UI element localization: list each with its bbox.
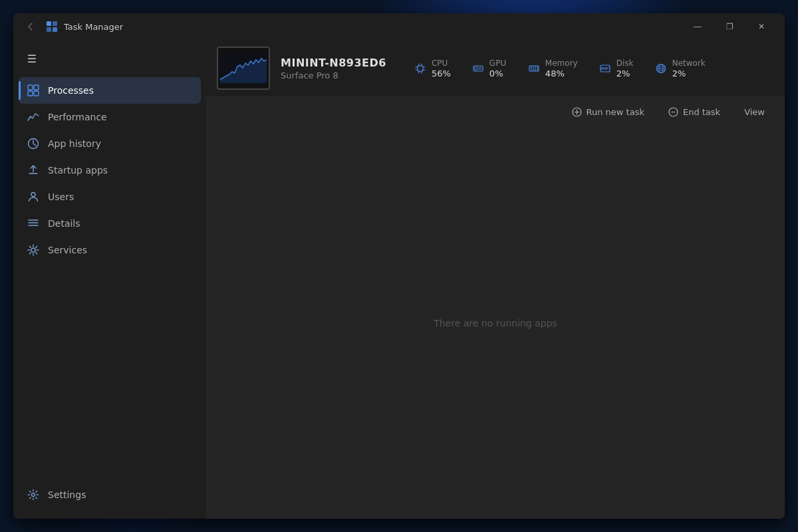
metric-cpu[interactable]: CPU 56% [405,55,460,82]
settings-label: Settings [48,489,86,500]
computer-name: MININT-N893ED6 [281,57,386,69]
run-new-task-button[interactable]: Run new task [563,102,654,121]
svg-rect-3 [53,27,57,32]
end-task-label: End task [683,107,720,117]
sidebar-item-app-history[interactable]: App history [19,130,201,157]
users-icon [27,190,40,203]
cpu-icon [414,63,426,74]
sidebar-item-startup-apps[interactable]: Startup apps [19,157,201,184]
sidebar-item-settings[interactable]: Settings [19,481,201,508]
settings-icon [27,488,40,501]
close-button[interactable]: ✕ [746,17,777,37]
disk-icon [599,63,611,74]
services-icon [27,243,40,257]
metric-memory[interactable]: Memory 48% [519,55,587,82]
services-label: Services [48,245,87,255]
end-task-button[interactable]: End task [659,102,730,121]
cancel-circle-icon [668,106,679,117]
metric-gpu[interactable]: GPU 0% [463,55,516,82]
metric-network[interactable]: Network 2% [646,55,715,82]
app-history-icon [27,137,40,150]
task-manager-window: Task Manager — ❐ ✕ ☰ [13,13,785,519]
sidebar-item-details[interactable]: Details [19,210,201,237]
svg-rect-4 [28,85,33,90]
memory-icon [528,63,540,74]
content-header: MININT-N893ED6 Surface Pro 8 [206,40,785,97]
empty-message: There are no running apps [434,318,557,329]
toolbar: Run new task End task View [206,97,785,127]
svg-rect-7 [34,91,39,96]
gpu-icon [472,63,484,74]
processes-label: Processes [48,85,94,96]
window-title: Task Manager [64,22,682,32]
minimize-button[interactable]: — [682,17,713,37]
disk-text: Disk 2% [616,59,634,78]
sidebar-item-users[interactable]: Users [19,184,201,210]
details-icon [27,217,40,230]
back-button[interactable] [21,17,40,36]
content-area: MININT-N893ED6 Surface Pro 8 [206,40,785,519]
svg-point-35 [601,67,603,69]
view-button[interactable]: View [735,103,774,121]
svg-point-14 [32,493,35,497]
startup-apps-icon [27,164,40,177]
cpu-text: CPU 56% [432,59,451,78]
computer-thumbnail [217,47,270,90]
svg-rect-1 [53,21,57,26]
sidebar-navigation: Processes Performance [13,74,206,476]
sidebar-bottom: Settings [13,476,206,519]
network-text: Network 2% [672,59,706,78]
metric-disk[interactable]: Disk 2% [590,55,643,82]
hamburger-icon: ☰ [27,53,37,65]
gpu-text: GPU 0% [489,59,506,78]
svg-rect-34 [600,65,610,72]
details-label: Details [48,218,80,229]
content-body: There are no running apps [206,127,785,519]
computer-model: Surface Pro 8 [281,70,386,80]
svg-point-13 [31,248,35,252]
network-icon [655,63,667,74]
window-controls: — ❐ ✕ [682,17,777,37]
metrics-bar: CPU 56% [405,55,774,82]
memory-text: Memory 48% [545,59,578,78]
plus-circle-icon [572,106,583,117]
svg-rect-0 [47,21,51,26]
sidebar-item-services[interactable]: Services [19,237,201,263]
svg-rect-26 [475,67,477,70]
main-layout: ☰ Processes [13,40,785,519]
startup-apps-label: Startup apps [48,165,108,176]
svg-rect-5 [34,85,39,90]
svg-rect-16 [418,66,423,71]
users-label: Users [48,192,74,202]
svg-point-9 [31,193,35,197]
titlebar: Task Manager — ❐ ✕ [13,13,785,40]
run-new-task-label: Run new task [587,107,644,117]
sidebar-item-performance[interactable]: Performance [19,104,201,130]
app-history-label: App history [48,138,101,149]
svg-rect-2 [47,27,51,32]
app-icon [45,20,59,33]
sidebar: ☰ Processes [13,40,206,519]
maximize-button[interactable]: ❐ [714,17,745,37]
hamburger-menu-button[interactable]: ☰ [19,45,45,72]
sidebar-item-processes[interactable]: Processes [19,77,201,104]
computer-info: MININT-N893ED6 Surface Pro 8 [281,57,386,80]
processes-icon [27,84,40,97]
view-label: View [744,107,765,117]
performance-label: Performance [48,112,107,122]
svg-rect-6 [28,91,33,96]
performance-icon [27,110,40,124]
